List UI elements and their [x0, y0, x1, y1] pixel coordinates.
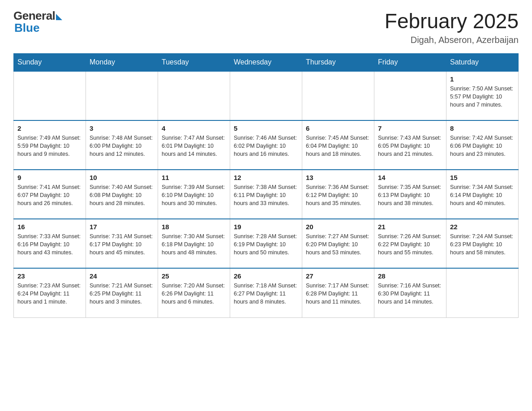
- calendar-cell: 7Sunrise: 7:43 AM Sunset: 6:05 PM Daylig…: [374, 120, 446, 170]
- day-number: 26: [234, 272, 298, 280]
- day-info: Sunrise: 7:43 AM Sunset: 6:05 PM Dayligh…: [378, 134, 442, 158]
- day-info: Sunrise: 7:26 AM Sunset: 6:22 PM Dayligh…: [378, 232, 442, 257]
- logo-arrow-icon: [56, 14, 62, 20]
- day-info: Sunrise: 7:17 AM Sunset: 6:28 PM Dayligh…: [306, 282, 370, 306]
- day-number: 15: [450, 174, 515, 181]
- day-number: 8: [450, 124, 515, 132]
- week-row-5: 23Sunrise: 7:23 AM Sunset: 6:24 PM Dayli…: [14, 268, 519, 317]
- calendar-cell: 4Sunrise: 7:47 AM Sunset: 6:01 PM Daylig…: [158, 120, 230, 170]
- calendar-table: SundayMondayTuesdayWednesdayThursdayFrid…: [13, 53, 519, 318]
- day-number: 19: [234, 223, 298, 231]
- day-number: 17: [90, 223, 154, 231]
- day-info: Sunrise: 7:23 AM Sunset: 6:24 PM Dayligh…: [17, 282, 82, 306]
- calendar-cell: 28Sunrise: 7:16 AM Sunset: 6:30 PM Dayli…: [374, 268, 446, 317]
- weekday-header-sunday: Sunday: [14, 54, 86, 72]
- day-info: Sunrise: 7:42 AM Sunset: 6:06 PM Dayligh…: [450, 134, 515, 158]
- calendar-cell: 10Sunrise: 7:40 AM Sunset: 6:08 PM Dayli…: [86, 170, 158, 219]
- calendar-cell: 9Sunrise: 7:41 AM Sunset: 6:07 PM Daylig…: [14, 170, 86, 219]
- day-number: 7: [378, 124, 442, 132]
- calendar-cell: 23Sunrise: 7:23 AM Sunset: 6:24 PM Dayli…: [14, 268, 86, 317]
- calendar-cell: 11Sunrise: 7:39 AM Sunset: 6:10 PM Dayli…: [158, 170, 230, 219]
- day-info: Sunrise: 7:48 AM Sunset: 6:00 PM Dayligh…: [90, 134, 154, 158]
- day-number: 13: [306, 174, 370, 181]
- day-number: 23: [17, 272, 82, 280]
- title-section: February 2025 Digah, Abseron, Azerbaijan: [385, 9, 519, 45]
- day-number: 24: [90, 272, 154, 280]
- week-row-2: 2Sunrise: 7:49 AM Sunset: 5:59 PM Daylig…: [14, 120, 519, 170]
- calendar-cell: 16Sunrise: 7:33 AM Sunset: 6:16 PM Dayli…: [14, 219, 86, 268]
- calendar-cell: [14, 71, 86, 120]
- calendar-cell: [230, 71, 302, 120]
- day-info: Sunrise: 7:38 AM Sunset: 6:11 PM Dayligh…: [234, 183, 298, 207]
- day-info: Sunrise: 7:33 AM Sunset: 6:16 PM Dayligh…: [17, 232, 82, 257]
- day-number: 16: [17, 223, 82, 231]
- day-number: 18: [162, 223, 226, 231]
- calendar-cell: 27Sunrise: 7:17 AM Sunset: 6:28 PM Dayli…: [302, 268, 374, 317]
- day-number: 3: [90, 124, 154, 132]
- day-number: 27: [306, 272, 370, 280]
- day-info: Sunrise: 7:20 AM Sunset: 6:26 PM Dayligh…: [162, 282, 226, 306]
- day-info: Sunrise: 7:18 AM Sunset: 6:27 PM Dayligh…: [234, 282, 298, 306]
- calendar-cell: 3Sunrise: 7:48 AM Sunset: 6:00 PM Daylig…: [86, 120, 158, 170]
- weekday-header-tuesday: Tuesday: [158, 54, 230, 72]
- month-title: February 2025: [385, 9, 519, 33]
- day-info: Sunrise: 7:45 AM Sunset: 6:04 PM Dayligh…: [306, 134, 370, 158]
- calendar-cell: 17Sunrise: 7:31 AM Sunset: 6:17 PM Dayli…: [86, 219, 158, 268]
- calendar-cell: [302, 71, 374, 120]
- day-info: Sunrise: 7:24 AM Sunset: 6:23 PM Dayligh…: [450, 232, 515, 257]
- calendar-cell: [158, 71, 230, 120]
- calendar-cell: 2Sunrise: 7:49 AM Sunset: 5:59 PM Daylig…: [14, 120, 86, 170]
- calendar-cell: 25Sunrise: 7:20 AM Sunset: 6:26 PM Dayli…: [158, 268, 230, 317]
- day-info: Sunrise: 7:50 AM Sunset: 5:57 PM Dayligh…: [450, 85, 515, 109]
- day-number: 14: [378, 174, 442, 181]
- day-number: 6: [306, 124, 370, 132]
- calendar-cell: 21Sunrise: 7:26 AM Sunset: 6:22 PM Dayli…: [374, 219, 446, 268]
- weekday-header-monday: Monday: [86, 54, 158, 72]
- logo-blue-text: Blue: [14, 21, 39, 35]
- day-info: Sunrise: 7:30 AM Sunset: 6:18 PM Dayligh…: [162, 232, 226, 257]
- calendar-cell: [86, 71, 158, 120]
- calendar-cell: [446, 268, 519, 317]
- weekday-header-thursday: Thursday: [302, 54, 374, 72]
- calendar-cell: 14Sunrise: 7:35 AM Sunset: 6:13 PM Dayli…: [374, 170, 446, 219]
- week-row-3: 9Sunrise: 7:41 AM Sunset: 6:07 PM Daylig…: [14, 170, 519, 219]
- day-info: Sunrise: 7:36 AM Sunset: 6:12 PM Dayligh…: [306, 183, 370, 207]
- day-info: Sunrise: 7:27 AM Sunset: 6:20 PM Dayligh…: [306, 232, 370, 257]
- day-info: Sunrise: 7:35 AM Sunset: 6:13 PM Dayligh…: [378, 183, 442, 207]
- day-number: 9: [17, 174, 82, 181]
- weekday-header-saturday: Saturday: [446, 54, 519, 72]
- day-info: Sunrise: 7:21 AM Sunset: 6:25 PM Dayligh…: [90, 282, 154, 306]
- calendar-cell: 20Sunrise: 7:27 AM Sunset: 6:20 PM Dayli…: [302, 219, 374, 268]
- day-info: Sunrise: 7:49 AM Sunset: 5:59 PM Dayligh…: [17, 134, 82, 158]
- week-row-1: 1Sunrise: 7:50 AM Sunset: 5:57 PM Daylig…: [14, 71, 519, 120]
- calendar-cell: 26Sunrise: 7:18 AM Sunset: 6:27 PM Dayli…: [230, 268, 302, 317]
- day-info: Sunrise: 7:28 AM Sunset: 6:19 PM Dayligh…: [234, 232, 298, 257]
- calendar-cell: 13Sunrise: 7:36 AM Sunset: 6:12 PM Dayli…: [302, 170, 374, 219]
- weekday-header-row: SundayMondayTuesdayWednesdayThursdayFrid…: [14, 54, 519, 72]
- day-number: 22: [450, 223, 515, 231]
- day-number: 5: [234, 124, 298, 132]
- weekday-header-wednesday: Wednesday: [230, 54, 302, 72]
- day-info: Sunrise: 7:39 AM Sunset: 6:10 PM Dayligh…: [162, 183, 226, 207]
- week-row-4: 16Sunrise: 7:33 AM Sunset: 6:16 PM Dayli…: [14, 219, 519, 268]
- day-number: 1: [450, 75, 515, 83]
- day-number: 10: [90, 174, 154, 181]
- day-info: Sunrise: 7:34 AM Sunset: 6:14 PM Dayligh…: [450, 183, 515, 207]
- weekday-header-friday: Friday: [374, 54, 446, 72]
- day-info: Sunrise: 7:46 AM Sunset: 6:02 PM Dayligh…: [234, 134, 298, 158]
- calendar-cell: 6Sunrise: 7:45 AM Sunset: 6:04 PM Daylig…: [302, 120, 374, 170]
- calendar-cell: 5Sunrise: 7:46 AM Sunset: 6:02 PM Daylig…: [230, 120, 302, 170]
- location-title: Digah, Abseron, Azerbaijan: [385, 35, 519, 45]
- calendar-cell: 24Sunrise: 7:21 AM Sunset: 6:25 PM Dayli…: [86, 268, 158, 317]
- calendar-cell: 1Sunrise: 7:50 AM Sunset: 5:57 PM Daylig…: [446, 71, 519, 120]
- day-number: 25: [162, 272, 226, 280]
- calendar-cell: 15Sunrise: 7:34 AM Sunset: 6:14 PM Dayli…: [446, 170, 519, 219]
- day-info: Sunrise: 7:40 AM Sunset: 6:08 PM Dayligh…: [90, 183, 154, 207]
- page-header: General Blue February 2025 Digah, Absero…: [13, 9, 519, 45]
- day-info: Sunrise: 7:47 AM Sunset: 6:01 PM Dayligh…: [162, 134, 226, 158]
- calendar-cell: [374, 71, 446, 120]
- day-number: 21: [378, 223, 442, 231]
- day-number: 11: [162, 174, 226, 181]
- day-number: 12: [234, 174, 298, 181]
- calendar-cell: 18Sunrise: 7:30 AM Sunset: 6:18 PM Dayli…: [158, 219, 230, 268]
